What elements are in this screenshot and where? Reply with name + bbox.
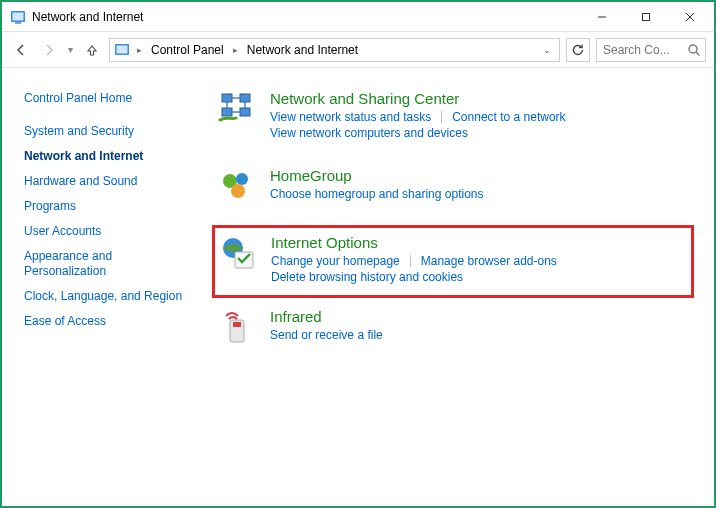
svg-rect-13: [222, 108, 232, 116]
category-homegroup: HomeGroup Choose homegroup and sharing o…: [212, 159, 694, 223]
link-homegroup-options[interactable]: Choose homegroup and sharing options: [270, 186, 483, 202]
link-connect-network[interactable]: Connect to a network: [452, 109, 565, 125]
category-body: Network and Sharing Center View network …: [270, 90, 688, 141]
breadcrumb-dropdown[interactable]: ⌄: [539, 45, 555, 55]
svg-point-9: [689, 45, 697, 53]
sidebar-item-programs[interactable]: Programs: [24, 194, 190, 219]
maximize-button[interactable]: [624, 3, 668, 31]
sidebar-item-network-internet[interactable]: Network and Internet: [24, 144, 190, 169]
address-bar: ▾ ▸ Control Panel ▸ Network and Internet…: [2, 32, 714, 68]
infrared-icon: [218, 308, 258, 348]
recent-locations-dropdown[interactable]: ▾: [68, 44, 73, 55]
svg-rect-14: [240, 108, 250, 116]
category-title-homegroup[interactable]: HomeGroup: [270, 167, 688, 184]
link-delete-history[interactable]: Delete browsing history and cookies: [271, 269, 463, 285]
category-body: HomeGroup Choose homegroup and sharing o…: [270, 167, 688, 207]
category-title-internet-options[interactable]: Internet Options: [271, 234, 687, 251]
link-divider: [410, 255, 411, 267]
search-input[interactable]: [601, 42, 684, 58]
sidebar-item-ease-of-access[interactable]: Ease of Access: [24, 309, 190, 334]
sidebar-item-hardware-sound[interactable]: Hardware and Sound: [24, 169, 190, 194]
svg-rect-1: [13, 12, 24, 20]
window-title: Network and Internet: [32, 10, 143, 24]
category-title-network-sharing[interactable]: Network and Sharing Center: [270, 90, 688, 107]
internet-options-icon: [219, 234, 259, 274]
chevron-right-icon[interactable]: ▸: [230, 45, 241, 55]
category-infrared: Infrared Send or receive a file: [212, 300, 694, 364]
content-body: Control Panel Home System and Security N…: [2, 68, 714, 506]
sidebar-item-user-accounts[interactable]: User Accounts: [24, 219, 190, 244]
link-change-homepage[interactable]: Change your homepage: [271, 253, 400, 269]
breadcrumb[interactable]: ▸ Control Panel ▸ Network and Internet ⌄: [109, 38, 560, 62]
back-button[interactable]: [10, 39, 32, 61]
category-body: Infrared Send or receive a file: [270, 308, 688, 348]
svg-rect-4: [643, 13, 650, 20]
titlebar: Network and Internet: [2, 2, 714, 32]
category-body: Internet Options Change your homepage Ma…: [271, 234, 687, 285]
link-divider: [441, 111, 442, 123]
link-send-receive-file[interactable]: Send or receive a file: [270, 327, 383, 343]
chevron-right-icon[interactable]: ▸: [134, 45, 145, 55]
control-panel-icon: [10, 9, 26, 25]
minimize-button[interactable]: [580, 3, 624, 31]
sidebar-item-clock-language-region[interactable]: Clock, Language, and Region: [24, 284, 190, 309]
category-title-infrared[interactable]: Infrared: [270, 308, 688, 325]
sidebar-item-system-security[interactable]: System and Security: [24, 119, 190, 144]
link-view-status[interactable]: View network status and tasks: [270, 109, 431, 125]
svg-rect-12: [240, 94, 250, 102]
svg-line-10: [696, 52, 700, 56]
main-content: Network and Sharing Center View network …: [202, 68, 714, 506]
control-panel-small-icon: [114, 42, 130, 58]
breadcrumb-item[interactable]: Control Panel: [149, 43, 226, 57]
svg-rect-25: [233, 322, 241, 327]
svg-rect-11: [222, 94, 232, 102]
svg-rect-8: [117, 45, 128, 53]
link-manage-addons[interactable]: Manage browser add-ons: [421, 253, 557, 269]
refresh-button[interactable]: [566, 38, 590, 62]
homegroup-icon: [218, 167, 258, 207]
sidebar: Control Panel Home System and Security N…: [2, 68, 202, 506]
search-icon: [687, 43, 701, 57]
category-network-sharing: Network and Sharing Center View network …: [212, 82, 694, 157]
category-internet-options: Internet Options Change your homepage Ma…: [212, 225, 694, 298]
network-sharing-icon: [218, 90, 258, 130]
svg-rect-2: [15, 22, 21, 24]
search-box[interactable]: [596, 38, 706, 62]
breadcrumb-item[interactable]: Network and Internet: [245, 43, 360, 57]
svg-point-20: [236, 173, 248, 185]
svg-point-21: [231, 184, 245, 198]
close-button[interactable]: [668, 3, 712, 31]
forward-button[interactable]: [38, 39, 60, 61]
sidebar-item-home[interactable]: Control Panel Home: [24, 86, 190, 111]
window: Network and Internet ▾ ▸ Control Panel: [0, 0, 716, 508]
link-view-computers[interactable]: View network computers and devices: [270, 125, 468, 141]
up-button[interactable]: [81, 39, 103, 61]
sidebar-item-appearance[interactable]: Appearance and Personalization: [24, 244, 190, 284]
